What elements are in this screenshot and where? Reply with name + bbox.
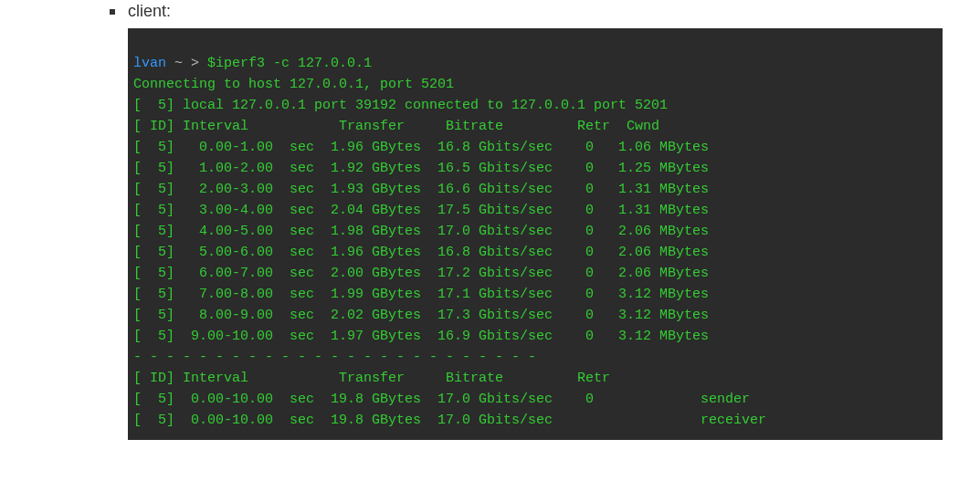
data-row: [ 5] 7.00-8.00 sec 1.99 GBytes 17.1 Gbit… bbox=[133, 287, 709, 302]
bullet-square-icon bbox=[110, 9, 115, 15]
terminal-output: lvan ~ > $iperf3 -c 127.0.0.1 Connecting… bbox=[128, 28, 943, 440]
summary-row: [ 5] 0.00-10.00 sec 19.8 GBytes 17.0 Gbi… bbox=[133, 392, 750, 407]
header-line: [ ID] Interval Transfer Bitrate Retr Cwn… bbox=[133, 119, 659, 134]
prompt-host: lvan bbox=[133, 56, 166, 71]
bullet-row: client: bbox=[110, 2, 980, 21]
local-line: [ 5] local 127.0.0.1 port 39192 connecte… bbox=[133, 98, 668, 113]
rows-container: [ 5] 0.00-1.00 sec 1.96 GBytes 16.8 Gbit… bbox=[133, 137, 937, 347]
data-row: [ 5] 5.00-6.00 sec 1.96 GBytes 16.8 Gbit… bbox=[133, 245, 709, 260]
summary-header: [ ID] Interval Transfer Bitrate Retr bbox=[133, 371, 610, 386]
data-row: [ 5] 1.00-2.00 sec 1.92 GBytes 16.5 Gbit… bbox=[133, 161, 709, 176]
bullet-label: client: bbox=[128, 2, 171, 21]
summary-container: [ 5] 0.00-10.00 sec 19.8 GBytes 17.0 Gbi… bbox=[133, 389, 937, 431]
data-row: [ 5] 4.00-5.00 sec 1.98 GBytes 17.0 Gbit… bbox=[133, 224, 709, 239]
data-row: [ 5] 0.00-1.00 sec 1.96 GBytes 16.8 Gbit… bbox=[133, 140, 709, 155]
data-row: [ 5] 9.00-10.00 sec 1.97 GBytes 16.9 Gbi… bbox=[133, 329, 709, 344]
prompt-gt: > bbox=[191, 56, 199, 71]
prompt-path: ~ bbox=[174, 56, 183, 71]
data-row: [ 5] 8.00-9.00 sec 2.02 GBytes 17.3 Gbit… bbox=[133, 308, 709, 323]
data-row: [ 5] 6.00-7.00 sec 2.00 GBytes 17.2 Gbit… bbox=[133, 266, 709, 281]
prompt-line: lvan ~ > $iperf3 -c 127.0.0.1 bbox=[133, 56, 372, 71]
separator-line: - - - - - - - - - - - - - - - - - - - - … bbox=[133, 350, 536, 365]
data-row: [ 5] 2.00-3.00 sec 1.93 GBytes 16.6 Gbit… bbox=[133, 182, 709, 197]
data-row: [ 5] 3.00-4.00 sec 2.04 GBytes 17.5 Gbit… bbox=[133, 203, 709, 218]
prompt-command: $iperf3 -c 127.0.0.1 bbox=[207, 56, 372, 71]
connecting-line: Connecting to host 127.0.0.1, port 5201 bbox=[133, 77, 454, 92]
summary-row: [ 5] 0.00-10.00 sec 19.8 GBytes 17.0 Gbi… bbox=[133, 413, 766, 428]
